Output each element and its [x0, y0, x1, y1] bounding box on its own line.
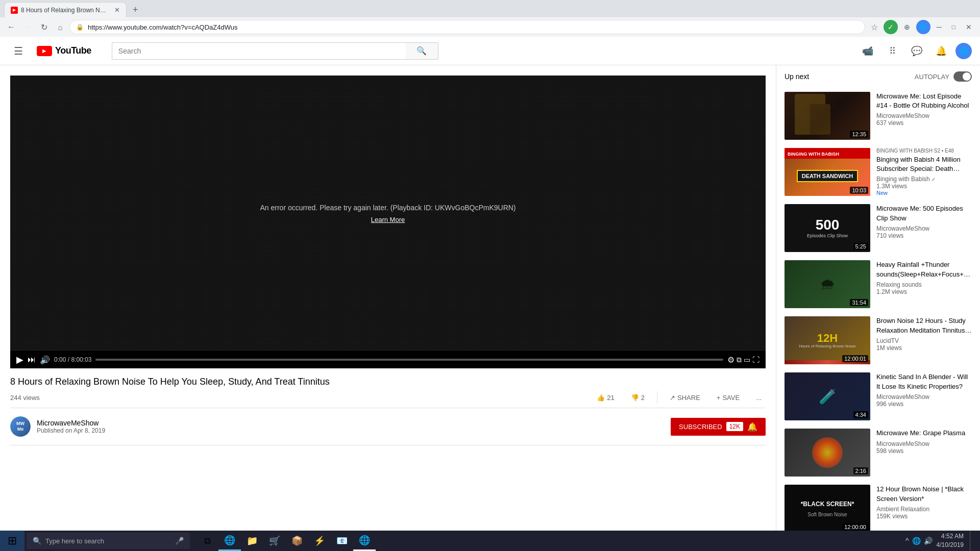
autoplay-toggle[interactable]	[953, 71, 972, 82]
video-error-overlay: An error occurred. Please try again late…	[260, 204, 516, 223]
url-text[interactable]: https://www.youtube.com/watch?v=cAQDaZ4d…	[88, 23, 859, 31]
more-label: ...	[756, 394, 762, 402]
main-layout: An error occurred. Please try again late…	[0, 65, 980, 551]
item-views: 637 views	[876, 119, 972, 127]
like-button[interactable]: 👍 21	[593, 392, 618, 404]
sidebar-item[interactable]: *BLACK SCREEN* Soft Brown Noise 12:00:00…	[776, 481, 980, 537]
subscribe-button[interactable]: SUBSCRIBED 12K 🔔	[671, 418, 766, 436]
user-avatar[interactable]: 🌐	[955, 43, 972, 59]
sidebar-item[interactable]: 🧪 4:34 Kinetic Sand In A Blender - Will …	[776, 368, 980, 424]
sidebar-item[interactable]: 12:35 Microwave Me: Lost Episode #14 - B…	[776, 88, 980, 144]
channel-avatar[interactable]: MWMe	[10, 416, 31, 437]
show-desktop-btn[interactable]	[970, 531, 974, 551]
address-bar-row: ← → ↻ ⌂ 🔒 https://www.youtube.com/watch?…	[0, 17, 980, 37]
apps-button[interactable]: ⠿	[882, 41, 902, 61]
item-details: Microwave Me: Lost Episode #14 - Bottle …	[874, 92, 972, 140]
play-button[interactable]: ▶	[16, 354, 23, 365]
thumb-500-text: 500	[816, 218, 840, 232]
taskbar-app-chrome[interactable]: 🌐	[353, 531, 376, 551]
tray-icons: ^ 🌐 🔊	[905, 537, 933, 545]
tray-chevron-icon[interactable]: ^	[905, 537, 909, 545]
reload-button[interactable]: ↻	[37, 20, 51, 34]
miniplayer-button[interactable]: ⧉	[737, 356, 742, 364]
item-title: Microwave Me: 500 Episodes Clip Show	[876, 204, 972, 222]
more-options-button[interactable]: ...	[752, 392, 766, 404]
tray-time[interactable]: 4:52 AM 4/10/2019	[937, 532, 964, 549]
fullscreen-button[interactable]: ⛶	[752, 356, 760, 364]
save-label: SAVE	[722, 394, 740, 402]
taskbar-app-mystery[interactable]: ⚡	[308, 531, 331, 551]
forward-button[interactable]: →	[20, 20, 35, 34]
duration-badge: 10:03	[850, 187, 868, 194]
bell-icon[interactable]: 🔔	[747, 422, 757, 432]
sidebar: Up next AUTOPLAY 12:35 Microwa	[776, 65, 980, 551]
network-icon[interactable]: 🌐	[912, 537, 921, 545]
messages-button[interactable]: 💬	[906, 41, 927, 61]
progress-bar[interactable]	[95, 359, 723, 361]
bookmark-button[interactable]: ☆	[867, 20, 881, 34]
item-title: Microwave Me: Grape Plasma	[876, 429, 972, 438]
sidebar-item[interactable]: 🌧 31:54 Heavy Rainfall +Thunder sounds(S…	[776, 256, 980, 312]
taskbar-app-dropbox[interactable]: 📦	[286, 531, 308, 551]
tab-title: 8 Hours of Relaxing Brown Nois...	[21, 7, 109, 14]
verified-icon: ✓	[932, 177, 936, 182]
profile-icon-1[interactable]: ✓	[884, 20, 898, 34]
volume-icon[interactable]: 🔊	[924, 537, 933, 545]
home-button[interactable]: ⌂	[53, 20, 67, 34]
hamburger-button[interactable]: ☰	[8, 41, 29, 61]
minimize-button[interactable]: ─	[933, 23, 946, 31]
channel-published: Published on Apr 8, 2019	[37, 427, 105, 434]
taskbar-app-explorer[interactable]: 📁	[241, 531, 263, 551]
like-icon: 👍	[597, 394, 605, 402]
search-input[interactable]	[112, 42, 406, 60]
sidebar-item[interactable]: BINGING WITH BABISH DEATH SANDWICH 10:03…	[776, 144, 980, 200]
save-button[interactable]: + SAVE	[713, 392, 744, 404]
taskbar-app-edge[interactable]: 🌐	[218, 531, 241, 551]
extension-icon[interactable]: ⊕	[900, 20, 914, 34]
close-window-button[interactable]: ✕	[962, 23, 976, 31]
taskbar-app-store[interactable]: 🛒	[263, 531, 286, 551]
view-count: 244 views	[10, 394, 40, 402]
error-message: An error occurred. Please try again late…	[260, 204, 516, 212]
header-actions: 📹 ⠿ 💬 🔔 🌐	[857, 41, 972, 61]
sidebar-item[interactable]: 2:16 Microwave Me: Grape Plasma Microwav…	[776, 424, 980, 481]
item-channel: LucidTV	[876, 337, 972, 344]
learn-more-link[interactable]: Learn More	[371, 216, 405, 223]
video-player: An error occurred. Please try again late…	[10, 76, 766, 368]
video-camera-button[interactable]: 📹	[857, 41, 878, 61]
start-button[interactable]: ⊞	[0, 531, 24, 551]
right-controls: ⚙ ⧉ ▭ ⛶	[727, 355, 760, 365]
item-views: 1.3M views	[876, 183, 972, 190]
share-button[interactable]: ↗ SHARE	[666, 392, 704, 404]
taskbar-mic-icon[interactable]: 🎤	[175, 537, 184, 545]
yt-logo-text: YouTube	[55, 45, 91, 56]
tab-close-icon[interactable]: ✕	[112, 5, 122, 15]
address-input-box[interactable]: 🔒 https://www.youtube.com/watch?v=cAQDaZ…	[69, 20, 865, 34]
notifications-button[interactable]: 🔔	[931, 41, 951, 61]
duration-badge: 12:00:01	[842, 355, 868, 362]
settings-button[interactable]: ⚙	[727, 355, 734, 365]
thumb-episodes-text: Episodes Clip Show	[807, 233, 848, 238]
volume-button[interactable]: 🔊	[40, 355, 50, 365]
maximize-button[interactable]: □	[948, 23, 960, 31]
taskbar-search[interactable]: 🔍 Type here to search 🎤	[27, 533, 190, 549]
clock-time: 4:52 AM	[937, 532, 964, 541]
taskbar-app-task-view[interactable]: ⧉	[196, 531, 218, 551]
item-details: Heavy Rainfall +Thunder sounds(Sleep+Rel…	[874, 260, 972, 308]
youtube-logo[interactable]: YouTube	[37, 45, 91, 56]
sidebar-item[interactable]: 12H Hours of Relaxing Brown Noise 12:00:…	[776, 312, 980, 368]
channel-name[interactable]: MicrowaveMeShow	[37, 419, 105, 427]
item-title: Kinetic Sand In A Blender - Will It Lose…	[876, 372, 972, 391]
active-tab[interactable]: ▶ 8 Hours of Relaxing Brown Nois... ✕	[4, 2, 127, 17]
taskbar-app-mail[interactable]: 📧	[331, 531, 353, 551]
new-tab-button[interactable]: +	[127, 2, 144, 17]
back-button[interactable]: ←	[4, 20, 18, 34]
theater-button[interactable]: ▭	[744, 356, 750, 364]
user-avatar-btn[interactable]: 🌐	[916, 20, 930, 34]
autoplay-label: AUTOPLAY	[915, 73, 949, 81]
sidebar-item[interactable]: 500 Episodes Clip Show 5:25 Microwave Me…	[776, 200, 980, 256]
next-button[interactable]: ⏭	[28, 355, 36, 364]
search-button[interactable]: 🔍	[406, 42, 438, 60]
dislike-button[interactable]: 👎 2	[627, 392, 649, 404]
item-details: 12 Hour Brown Noise | *Black Screen Vers…	[874, 485, 972, 533]
